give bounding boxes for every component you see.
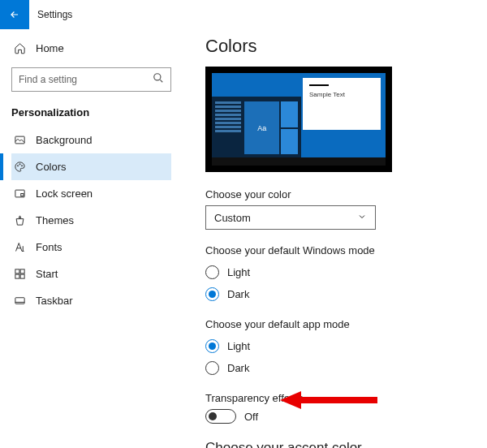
themes-icon	[13, 214, 26, 226]
taskbar-icon	[13, 295, 26, 307]
sidebar-item-background[interactable]: Background	[11, 127, 171, 153]
sidebar-home-label: Home	[26, 42, 64, 54]
color-mode-dropdown[interactable]: Custom	[205, 205, 376, 230]
sidebar-section-header: Personalization	[11, 106, 171, 118]
app-mode-dark[interactable]: Dark	[205, 357, 464, 379]
app-mode-light[interactable]: Light	[205, 335, 464, 357]
app-title: Settings	[29, 9, 72, 20]
back-button[interactable]	[0, 0, 29, 29]
search-icon	[153, 72, 164, 87]
preview-window: Sample Text	[303, 78, 381, 130]
chevron-down-icon	[357, 212, 367, 224]
sidebar-item-themes[interactable]: Themes	[11, 207, 171, 234]
preview-tile: Aa	[244, 101, 279, 154]
radio-label: Light	[227, 266, 250, 278]
page-title: Colors	[205, 36, 464, 57]
preview-sample-text: Sample Text	[309, 91, 374, 98]
radio-label: Light	[227, 340, 250, 352]
sidebar-item-label: Themes	[26, 214, 74, 226]
sidebar: Home Personalization Background Colors L…	[0, 29, 183, 448]
radio-label: Dark	[227, 362, 249, 374]
sidebar-item-label: Fonts	[26, 241, 62, 253]
title-bar: Settings	[0, 0, 487, 29]
svg-rect-6	[20, 194, 23, 196]
start-icon	[13, 268, 26, 280]
svg-rect-11	[15, 298, 24, 304]
sidebar-item-colors[interactable]: Colors	[11, 153, 171, 180]
toggle-switch-icon	[205, 409, 236, 424]
color-preview: Aa Sample Text	[205, 67, 392, 172]
transparency-toggle[interactable]: Off	[205, 409, 464, 424]
lockscreen-icon	[13, 187, 26, 200]
svg-point-0	[154, 74, 161, 80]
windows-mode-dark[interactable]: Dark	[205, 283, 464, 305]
radio-icon	[205, 287, 219, 301]
sidebar-item-taskbar[interactable]: Taskbar	[11, 287, 171, 314]
palette-icon	[13, 161, 26, 173]
sidebar-item-label: Lock screen	[26, 187, 93, 200]
radio-icon	[205, 361, 219, 375]
home-icon	[13, 42, 26, 54]
search-input[interactable]	[19, 74, 153, 85]
app-mode-label: Choose your default app mode	[205, 318, 464, 330]
sidebar-home[interactable]: Home	[11, 37, 171, 62]
preview-tile	[281, 101, 298, 127]
dropdown-value: Custom	[214, 212, 251, 224]
svg-point-2	[17, 166, 18, 166]
svg-rect-10	[20, 274, 24, 278]
sidebar-item-label: Taskbar	[26, 295, 73, 307]
preview-start-menu: Aa	[212, 97, 301, 157]
svg-rect-9	[15, 274, 19, 278]
sidebar-item-label: Background	[26, 134, 92, 146]
search-box[interactable]	[11, 67, 171, 92]
content: Colors Aa Sample Text Choose your color …	[183, 29, 487, 448]
accent-color-header: Choose your accent color	[205, 440, 464, 448]
windows-mode-label: Choose your default Windows mode	[205, 244, 464, 256]
transparency-label: Transparency effects	[205, 392, 464, 404]
svg-point-4	[21, 166, 22, 166]
toggle-state: Off	[244, 411, 258, 423]
picture-icon	[13, 134, 26, 146]
preview-taskbar	[212, 157, 386, 166]
sidebar-item-label: Start	[26, 268, 58, 280]
svg-point-3	[19, 164, 19, 165]
radio-icon	[205, 339, 219, 353]
sidebar-item-label: Colors	[26, 161, 67, 173]
preview-tile	[281, 129, 298, 155]
radio-label: Dark	[227, 288, 249, 300]
choose-color-label: Choose your color	[205, 188, 464, 200]
svg-rect-7	[15, 269, 19, 274]
sidebar-item-fonts[interactable]: Fonts	[11, 234, 171, 261]
radio-icon	[205, 265, 219, 279]
fonts-icon	[13, 241, 26, 253]
windows-mode-light[interactable]: Light	[205, 261, 464, 283]
arrow-left-icon	[9, 9, 20, 20]
svg-rect-8	[20, 269, 24, 274]
sidebar-item-start[interactable]: Start	[11, 261, 171, 287]
sidebar-item-lockscreen[interactable]: Lock screen	[11, 180, 171, 207]
